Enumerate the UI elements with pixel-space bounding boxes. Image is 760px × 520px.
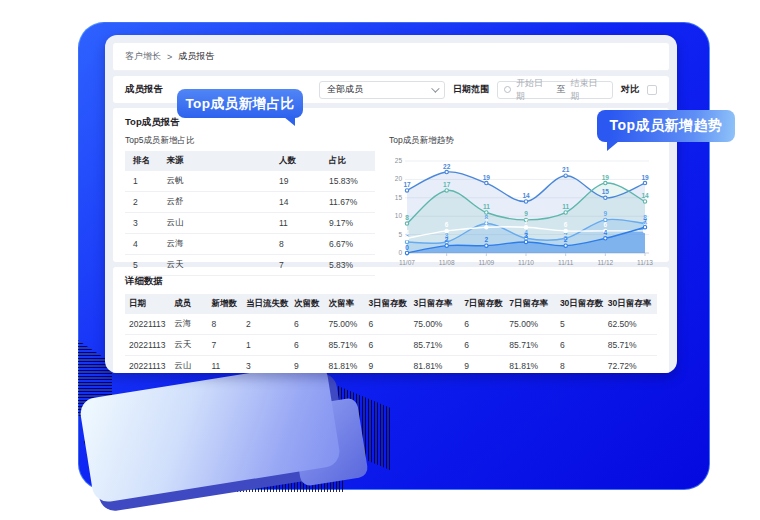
svg-text:3: 3 (524, 232, 528, 239)
column-header: 人数 (275, 151, 325, 171)
column-header: 30日留存数 (556, 294, 604, 314)
table-cell: 11.67% (325, 192, 375, 213)
table-cell: 9 (364, 356, 409, 374)
table-cell: 9 (290, 356, 325, 374)
svg-text:11/09: 11/09 (478, 259, 494, 266)
table-cell: 7 (275, 255, 325, 276)
svg-text:9: 9 (604, 210, 608, 217)
top5-table: 排名来源人数占比1云帆1915.83%2云舒1411.67%3云山119.17%… (125, 151, 375, 276)
breadcrumb-separator: > (167, 52, 172, 62)
svg-text:6: 6 (564, 221, 568, 228)
member-select-value: 全部成员 (327, 83, 363, 96)
svg-text:6: 6 (445, 221, 449, 228)
table-cell: 81.81% (324, 356, 364, 374)
callout-left-label: Top成员新增占比 (185, 95, 294, 113)
table-cell: 云海 (170, 314, 207, 335)
filter-controls: 全部成员 日期范围 开始日期 至 结束日期 对比 (319, 81, 657, 99)
column-header: 次留率 (324, 294, 364, 314)
breadcrumb-link-growth[interactable]: 客户增长 (125, 50, 161, 63)
column-header: 排名 (125, 151, 163, 171)
column-header: 7日留存率 (505, 294, 556, 314)
column-header: 当日流失数 (242, 294, 290, 314)
svg-text:15: 15 (395, 194, 403, 201)
table-cell: 云天 (170, 335, 207, 356)
table-header-row: 排名来源人数占比 (125, 151, 375, 171)
table-cell: 6 (460, 335, 505, 356)
svg-text:15: 15 (602, 188, 610, 195)
breadcrumb-current: 成员报告 (178, 50, 214, 63)
end-date-placeholder: 结束日期 (571, 77, 607, 103)
table-cell: 11 (275, 213, 325, 234)
table-cell: 7 (207, 335, 242, 356)
svg-text:2: 2 (485, 236, 489, 243)
svg-text:20: 20 (395, 175, 403, 182)
svg-text:11: 11 (483, 203, 490, 210)
svg-text:17: 17 (443, 181, 451, 188)
svg-text:7: 7 (524, 218, 528, 225)
table-row: 1云帆1915.83% (125, 171, 375, 192)
calendar-icon (504, 86, 511, 93)
table-cell: 8 (275, 234, 325, 255)
table-cell: 85.71% (604, 335, 657, 356)
callout-right-label: Top成员新增趋势 (609, 117, 722, 135)
table-cell: 5 (556, 314, 604, 335)
svg-text:19: 19 (483, 174, 491, 181)
svg-text:8: 8 (405, 214, 409, 221)
table-cell: 20221113 (125, 356, 170, 374)
table-cell: 14 (275, 192, 325, 213)
svg-text:25: 25 (395, 157, 403, 164)
table-cell: 1 (125, 171, 163, 192)
column-header: 成员 (170, 294, 207, 314)
table-cell: 85.71% (410, 335, 461, 356)
dashboard-card: 客户增长 > 成员报告 成员报告 全部成员 日期范围 开始日期 至 结束日期 对… (105, 35, 677, 373)
compare-label: 对比 (621, 83, 639, 96)
table-cell: 3 (125, 213, 163, 234)
table-row: 2云舒1411.67% (125, 192, 375, 213)
detail-data-title: 详细数据 (125, 275, 657, 288)
top-report-panel: Top成员报告 Top5成员新增占比 排名来源人数占比1云帆1915.83%2云… (113, 108, 669, 262)
table-cell: 81.81% (410, 356, 461, 374)
svg-text:10: 10 (395, 212, 403, 219)
top5-table-title: Top5成员新增占比 (125, 135, 375, 147)
table-cell: 62.50% (604, 314, 657, 335)
breadcrumb: 客户增长 > 成员报告 (113, 43, 669, 71)
callout-left: Top成员新增占比 (177, 89, 303, 118)
svg-text:22: 22 (443, 163, 451, 170)
table-cell: 6 (460, 314, 505, 335)
chevron-down-icon (431, 84, 439, 92)
column-header: 新增数 (207, 294, 242, 314)
compare-checkbox[interactable] (647, 85, 657, 95)
table-row: 20221113云天71685.71%685.71%685.71%685.71% (125, 335, 657, 356)
svg-text:2: 2 (564, 236, 568, 243)
table-cell: 6.67% (325, 234, 375, 255)
table-cell: 20221113 (125, 335, 170, 356)
trend-chart: 051015202511/0711/0811/0911/1011/1111/12… (389, 151, 657, 269)
svg-text:17: 17 (403, 181, 411, 188)
table-cell: 9 (460, 356, 505, 374)
svg-text:4: 4 (405, 229, 409, 236)
table-cell: 云舒 (163, 192, 276, 213)
table-cell: 81.81% (505, 356, 556, 374)
table-cell: 75.00% (410, 314, 461, 335)
table-cell: 5 (125, 255, 163, 276)
svg-text:9: 9 (524, 210, 528, 217)
table-row: 3云山119.17% (125, 213, 375, 234)
callout-right: Top成员新增趋势 (597, 110, 735, 142)
table-cell: 8 (556, 356, 604, 374)
date-range-input[interactable]: 开始日期 至 结束日期 (497, 81, 613, 99)
svg-text:19: 19 (641, 174, 649, 181)
svg-text:11/12: 11/12 (597, 259, 613, 266)
svg-text:2: 2 (445, 236, 449, 243)
page: 客户增长 > 成员报告 成员报告 全部成员 日期范围 开始日期 至 结束日期 对… (0, 0, 760, 520)
table-cell: 15.83% (325, 171, 375, 192)
member-select[interactable]: 全部成员 (319, 81, 445, 99)
svg-text:4: 4 (604, 229, 608, 236)
svg-text:11/08: 11/08 (439, 259, 455, 266)
table-cell: 6 (556, 335, 604, 356)
svg-text:19: 19 (602, 174, 610, 181)
table-cell: 2 (242, 314, 290, 335)
table-cell: 4 (125, 234, 163, 255)
column-header: 来源 (163, 151, 276, 171)
svg-text:6: 6 (604, 221, 608, 228)
column-header: 3日留存数 (364, 294, 409, 314)
